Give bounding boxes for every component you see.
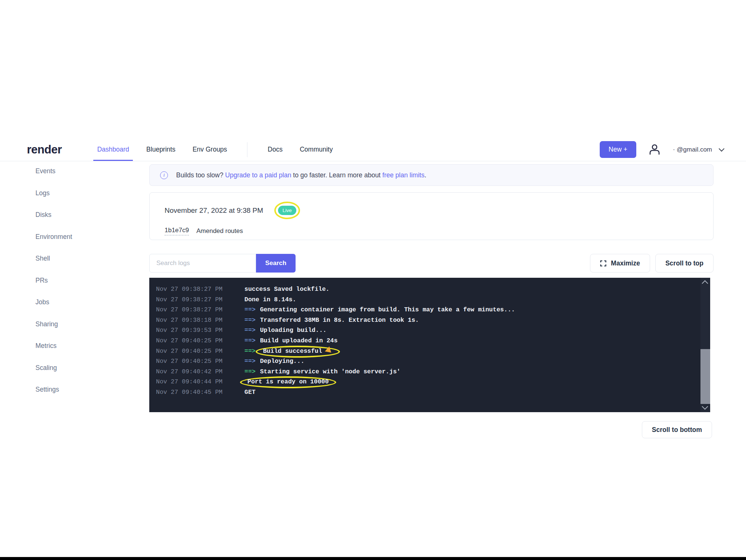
- header-right: New + · @gmail.com: [600, 141, 724, 158]
- log-timestamp: Nov 27 09:40:25 PM: [156, 346, 244, 357]
- log-message: Done in 8.14s.: [244, 296, 296, 303]
- log-message-annotated: Build successful: [256, 346, 340, 358]
- deploy-date: November 27, 2022 at 9:38 PM: [165, 206, 263, 215]
- top-nav-bar: render DashboardBlueprintsEnv GroupsDocs…: [0, 138, 746, 161]
- live-status-badge: Live: [278, 206, 296, 215]
- nav-dashboard[interactable]: Dashboard: [97, 146, 129, 153]
- upgrade-banner-text: Builds too slow? Upgrade to a paid plan …: [176, 171, 426, 179]
- chevron-down-icon: [719, 146, 725, 152]
- log-line: Nov 27 09:40:25 PM==>Build successful: [156, 346, 710, 357]
- log-timestamp: Nov 27 09:38:18 PM: [156, 315, 244, 326]
- sidebar-item-disks[interactable]: Disks: [35, 211, 118, 219]
- new-button[interactable]: New +: [600, 141, 636, 158]
- log-line: Nov 27 09:38:27 PMsuccess Saved lockfile…: [156, 284, 710, 295]
- log-line: Nov 27 09:40:45 PMGET: [156, 387, 710, 398]
- nav-blueprints[interactable]: Blueprints: [146, 146, 175, 153]
- upgrade-plan-link[interactable]: Upgrade to a paid plan: [225, 171, 291, 179]
- sidebar-item-metrics[interactable]: Metrics: [35, 342, 118, 350]
- sidebar-item-shell[interactable]: Shell: [35, 255, 118, 262]
- logs-toolbar: Search Maximize Scroll to top: [149, 254, 714, 273]
- maximize-icon: [600, 260, 606, 267]
- log-line: Nov 27 09:40:42 PM==>Starting service wi…: [156, 367, 710, 377]
- search-button[interactable]: Search: [256, 254, 296, 273]
- log-timestamp: Nov 27 09:40:45 PM: [156, 387, 244, 398]
- search-input[interactable]: [149, 254, 256, 273]
- nav-docs[interactable]: Docs: [268, 146, 283, 153]
- log-terminal: Nov 27 09:38:27 PMsuccess Saved lockfile…: [149, 278, 710, 412]
- account-menu[interactable]: · @gmail.com: [673, 146, 724, 153]
- terminal-scrollbar[interactable]: [700, 278, 710, 412]
- main-nav: DashboardBlueprintsEnv GroupsDocsCommuni…: [97, 138, 333, 161]
- log-arrow-prefix: ==>: [244, 306, 256, 313]
- log-arrow-prefix: ==>: [244, 317, 256, 324]
- commit-message: Amended routes: [196, 227, 243, 235]
- log-timestamp: Nov 27 09:40:25 PM: [156, 336, 244, 346]
- deploy-card: November 27, 2022 at 9:38 PM Live 1b1e7c…: [149, 192, 714, 240]
- log-message: Starting service with 'node server.js': [260, 368, 400, 375]
- log-timestamp: Nov 27 09:38:27 PM: [156, 305, 244, 315]
- log-timestamp: Nov 27 09:38:27 PM: [156, 295, 244, 305]
- log-message-annotated: Port is ready on 10000: [240, 376, 336, 388]
- page: render DashboardBlueprintsEnv GroupsDocs…: [0, 0, 746, 560]
- bottom-edge-bar: [0, 557, 746, 560]
- account-email: · @gmail.com: [673, 146, 712, 153]
- log-line: Nov 27 09:38:27 PMDone in 8.14s.: [156, 295, 710, 305]
- log-message: success Saved lockfile.: [244, 286, 330, 293]
- user-avatar-icon[interactable]: [649, 144, 660, 156]
- log-arrow-prefix: ==>: [244, 358, 256, 365]
- log-line: Nov 27 09:40:25 PM==>Deploying...: [156, 356, 710, 367]
- sidebar-item-prs[interactable]: PRs: [35, 277, 118, 284]
- log-message: Generating container image from build. T…: [260, 306, 515, 313]
- maximize-button[interactable]: Maximize: [590, 254, 650, 273]
- free-plan-limits-link[interactable]: free plan limits: [383, 171, 425, 179]
- log-message: Uploading build...: [260, 327, 327, 334]
- log-message: Build uploaded in 24s: [260, 337, 338, 344]
- commit-hash[interactable]: 1b1e7c9: [165, 227, 189, 236]
- scrollbar-down-arrow-icon[interactable]: [702, 404, 708, 410]
- party-popper-icon: [325, 346, 334, 355]
- log-timestamp: Nov 27 09:38:27 PM: [156, 284, 244, 295]
- info-icon: i: [160, 171, 168, 179]
- log-arrow-prefix: ==>: [244, 327, 256, 334]
- log-line: Nov 27 09:38:18 PM==>Transferred 38MB in…: [156, 315, 710, 326]
- log-arrow-prefix: ==>: [244, 337, 256, 344]
- log-line: Nov 27 09:39:53 PM==>Uploading build...: [156, 325, 710, 336]
- nav-env-groups[interactable]: Env Groups: [193, 146, 227, 153]
- scrollbar-up-arrow-icon[interactable]: [702, 280, 708, 287]
- main-content: i Builds too slow? Upgrade to a paid pla…: [149, 164, 714, 442]
- log-timestamp: Nov 27 09:40:25 PM: [156, 356, 244, 367]
- log-message: Transferred 38MB in 8s. Extraction took …: [260, 317, 419, 324]
- log-timestamp: Nov 27 09:40:42 PM: [156, 367, 244, 377]
- log-line: Nov 27 09:40:44 PMPort is ready on 10000: [156, 377, 710, 387]
- sidebar-item-settings[interactable]: Settings: [35, 386, 118, 393]
- log-message: Deploying...: [260, 358, 305, 365]
- sidebar-item-logs[interactable]: Logs: [35, 189, 118, 197]
- live-annotation-circle: Live: [274, 202, 300, 219]
- sidebar-item-environment[interactable]: Environment: [35, 233, 118, 241]
- service-sidebar: EventsLogsDisksEnvironmentShellPRsJobsSh…: [35, 167, 118, 393]
- log-arrow-prefix: ==>: [244, 368, 256, 375]
- log-line: Nov 27 09:38:27 PM==>Generating containe…: [156, 305, 710, 315]
- log-line: Nov 27 09:40:25 PM==>Build uploaded in 2…: [156, 336, 710, 346]
- render-logo: render: [27, 143, 62, 156]
- scrollbar-thumb[interactable]: [700, 349, 710, 404]
- log-timestamp: Nov 27 09:40:44 PM: [156, 377, 244, 387]
- log-timestamp: Nov 27 09:39:53 PM: [156, 325, 244, 336]
- upgrade-banner: i Builds too slow? Upgrade to a paid pla…: [149, 164, 714, 186]
- sidebar-item-jobs[interactable]: Jobs: [35, 298, 118, 306]
- log-arrow-prefix: ==>: [244, 348, 256, 355]
- log-message: GET: [244, 389, 256, 396]
- sidebar-item-sharing[interactable]: Sharing: [35, 320, 118, 328]
- sidebar-item-scaling[interactable]: Scaling: [35, 364, 118, 372]
- nav-divider: [247, 142, 247, 157]
- log-lines: Nov 27 09:38:27 PMsuccess Saved lockfile…: [156, 284, 710, 398]
- sidebar-item-events[interactable]: Events: [35, 167, 118, 175]
- nav-community[interactable]: Community: [300, 146, 333, 153]
- scroll-to-bottom-button[interactable]: Scroll to bottom: [642, 421, 712, 438]
- scroll-to-top-button[interactable]: Scroll to top: [655, 254, 714, 273]
